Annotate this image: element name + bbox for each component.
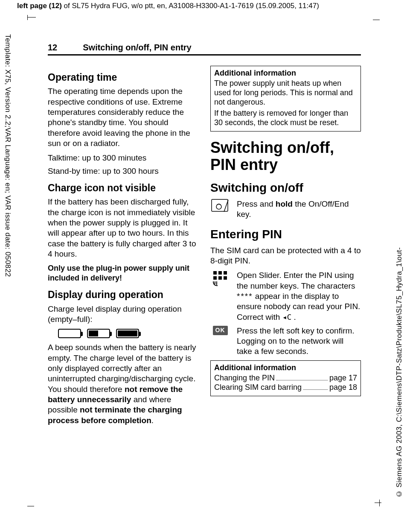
para-talktime: Talktime: up to 300 minutes bbox=[48, 153, 198, 163]
ok-badge-label: OK bbox=[213, 326, 228, 335]
two-column-layout: Operating time The operating time depend… bbox=[48, 66, 361, 430]
heading-operating-time: Operating time bbox=[48, 72, 198, 83]
para-display-intro: Charge level display during operation (e… bbox=[48, 304, 198, 325]
heading-charge-icon: Charge icon not visible bbox=[48, 182, 198, 193]
ref-page: page 17 bbox=[329, 374, 357, 383]
battery-half-icon bbox=[87, 329, 110, 338]
ref-changing-pin: Changing the PIN page 17 bbox=[214, 374, 357, 383]
step-confirm-text: Press the left soft key to confirm. Logg… bbox=[237, 326, 361, 357]
info-box-power-supply: Additional information The power supply … bbox=[210, 66, 361, 132]
info-box-references: Additional information Changing the PIN … bbox=[210, 360, 361, 396]
right-column: Additional information The power supply … bbox=[210, 66, 361, 430]
step-power-text: Press and hold the On/Off/End key. bbox=[237, 199, 361, 220]
para-standby: Stand-by time: up to 300 hours bbox=[48, 166, 198, 176]
svg-rect-0 bbox=[212, 199, 228, 211]
ref-label: Changing the PIN bbox=[214, 374, 275, 383]
para-only-use-psu: Only use the plug-in power supply unit i… bbox=[48, 263, 198, 283]
pin-text-seg1: Open Slider. Enter the PIN using the num… bbox=[237, 271, 355, 290]
pin-asterisks: **** bbox=[237, 292, 253, 301]
power-key-icon bbox=[210, 199, 230, 213]
banner-page-ref: left page (12) bbox=[17, 2, 62, 10]
info-box-title: Additional information bbox=[214, 69, 357, 78]
battery-full-icon bbox=[116, 329, 139, 338]
template-meta-left: Template: X75, Version 2.2;VAR Language:… bbox=[3, 34, 12, 277]
leader-dots-icon bbox=[276, 374, 328, 380]
pin-text-seg3: . bbox=[291, 313, 296, 322]
copyright-path-right: © Siemens AG 2003, C:\Siemens\DTP-Satz\P… bbox=[395, 247, 404, 498]
heading-entering-pin: Entering PIN bbox=[210, 227, 361, 242]
svg-rect-4 bbox=[224, 271, 227, 275]
running-header: 12 Switching on/off, PIN entry bbox=[48, 43, 361, 56]
info-box-line2: If the battery is removed for longer tha… bbox=[214, 109, 357, 128]
svg-rect-2 bbox=[213, 271, 217, 275]
ref-page: page 18 bbox=[329, 383, 357, 392]
svg-rect-6 bbox=[218, 276, 222, 280]
ref-clearing-sim-barring: Clearing SIM card barring page 18 bbox=[214, 383, 357, 392]
para-pin-intro: The SIM card can be protected with a 4 t… bbox=[210, 246, 361, 266]
info-box-line1: The power supply unit heats up when used… bbox=[214, 79, 357, 107]
para-beep-seg3: . bbox=[151, 416, 154, 425]
info-box-title: Additional information bbox=[214, 363, 357, 373]
chapter-title: Switching on/off, PIN entry bbox=[210, 139, 361, 174]
svg-rect-5 bbox=[213, 276, 217, 280]
crop-mark-icon bbox=[27, 498, 36, 506]
para-operating-time: The operating time depends upon the resp… bbox=[48, 86, 198, 149]
para-beep: A beep sounds when the battery is nearly… bbox=[48, 342, 198, 426]
banner-rest: of SL75 Hydra FUG, w/o ptt, en, A31008-H… bbox=[62, 2, 319, 10]
page-number: 12 bbox=[48, 43, 57, 53]
heading-switching-onoff: Switching on/off bbox=[210, 180, 361, 196]
battery-empty-icon bbox=[58, 329, 81, 338]
step-confirm-ok: OK Press the left soft key to confirm. L… bbox=[210, 326, 361, 357]
battery-level-icons bbox=[58, 329, 198, 338]
leader-dots-icon bbox=[303, 383, 328, 390]
crop-mark-icon bbox=[27, 17, 36, 26]
switch-text-seg1: Press and bbox=[237, 199, 276, 208]
crop-mark-icon bbox=[371, 20, 380, 28]
step-power-key: Press and hold the On/Off/End key. bbox=[210, 199, 361, 220]
pin-text-seg2: appear in the display to ensure nobody c… bbox=[237, 292, 360, 322]
step-enter-pin: Open Slider. Enter the PIN using the num… bbox=[210, 270, 361, 322]
heading-display-operation: Display during operation bbox=[48, 289, 198, 300]
clear-key-icon: ◂C bbox=[282, 313, 292, 322]
left-column: Operating time The operating time depend… bbox=[48, 66, 198, 430]
para-charge-icon: If the battery has been discharged fully… bbox=[48, 197, 198, 259]
ok-softkey-icon: OK bbox=[210, 326, 230, 335]
step-enter-pin-text: Open Slider. Enter the PIN using the num… bbox=[237, 270, 361, 322]
page-body: 12 Switching on/off, PIN entry Operating… bbox=[48, 43, 361, 430]
svg-rect-3 bbox=[218, 271, 222, 275]
keypad-icon bbox=[210, 270, 230, 287]
running-title: Switching on/off, PIN entry bbox=[83, 43, 191, 53]
doc-meta-banner: left page (12) of SL75 Hydra FUG, w/o pt… bbox=[17, 2, 390, 10]
ref-label: Clearing SIM card barring bbox=[214, 383, 302, 392]
svg-rect-7 bbox=[224, 276, 227, 280]
crop-mark-icon bbox=[371, 498, 380, 506]
switch-text-bold: hold bbox=[276, 199, 293, 208]
